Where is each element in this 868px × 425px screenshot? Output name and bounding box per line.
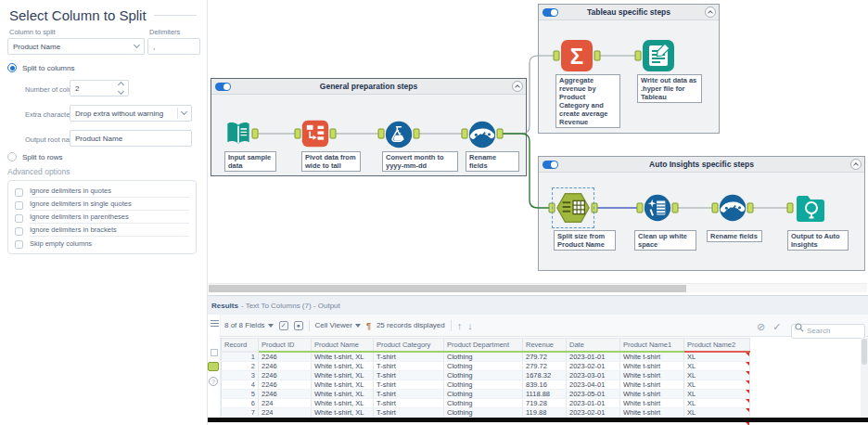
arrow-up-icon[interactable]: ↑ — [457, 321, 463, 330]
data-cell[interactable]: Clothing — [444, 352, 523, 362]
advanced-option-row[interactable]: Skip empty columns — [15, 238, 189, 251]
record-number-cell[interactable]: 1 — [222, 352, 259, 362]
checkbox-unchecked[interactable] — [15, 227, 23, 236]
advanced-option-row[interactable]: Ignore delimiters in single quotes — [15, 199, 189, 212]
data-cell[interactable]: White t-shirt, XL — [312, 398, 374, 407]
data-cell[interactable]: 2246 — [259, 361, 312, 370]
table-row[interactable]: 12246White t-shirt, XLT-shirtClothing279… — [222, 352, 750, 362]
record-number-cell[interactable]: 6 — [222, 398, 259, 407]
column-header[interactable]: Record — [222, 339, 259, 352]
data-cell[interactable]: 2023-01-01 — [567, 398, 620, 407]
record-number-cell[interactable]: 4 — [222, 380, 259, 389]
data-cell[interactable]: XL — [684, 370, 750, 380]
data-cell[interactable]: XL — [684, 407, 750, 417]
data-cell[interactable]: T-shirt — [374, 398, 444, 407]
record-number-cell[interactable]: 5 — [222, 389, 259, 398]
whitespace-toggle-icon[interactable]: ¶ — [366, 321, 371, 330]
data-cell[interactable]: 1678.32 — [523, 370, 567, 380]
data-cell[interactable]: Clothing — [444, 389, 523, 398]
tool-annotation[interactable]: Write out data as .hyper file for Tablea… — [637, 74, 702, 103]
select-tool-icon[interactable] — [468, 121, 496, 148]
data-cell[interactable]: White t-shirt, XL — [312, 407, 374, 417]
container-enabled-toggle[interactable] — [215, 83, 231, 91]
collapse-button[interactable] — [850, 159, 862, 170]
canvas-horizontal-scrollbar[interactable] — [209, 283, 867, 292]
column-to-split-select[interactable]: Product Name — [7, 38, 145, 55]
data-cell[interactable]: 2023-01-01 — [567, 352, 620, 362]
metadata-view-icon[interactable] — [211, 349, 218, 356]
data-cell[interactable]: 1118.88 — [523, 389, 567, 398]
select-fields-icon[interactable]: ✓ — [279, 321, 288, 330]
data-cell[interactable]: White t-shirt, XL — [312, 370, 374, 380]
checkbox-unchecked[interactable] — [15, 201, 23, 210]
split-to-columns-radio[interactable]: Split to columns — [7, 63, 74, 72]
menu-icon[interactable] — [211, 320, 219, 321]
column-header[interactable]: Product Name — [312, 339, 374, 352]
tool-annotation[interactable]: Output to Auto Insights — [787, 230, 849, 251]
data-cell[interactable]: 119.88 — [523, 407, 567, 417]
summarize-tool-icon[interactable]: Σ — [560, 39, 594, 72]
scrollbar-thumb[interactable] — [862, 339, 867, 365]
column-header[interactable]: Product Category — [374, 339, 444, 352]
data-cell[interactable]: 2023-02-01 — [567, 407, 620, 417]
stepper-arrows-icon[interactable] — [119, 83, 123, 94]
data-cell[interactable]: T-shirt — [374, 407, 444, 417]
deselect-fields-icon[interactable]: ● — [294, 321, 303, 330]
tool-annotation[interactable]: Convert month to yyyy-mm-dd — [382, 151, 458, 172]
data-cell[interactable]: T-shirt — [374, 389, 444, 398]
data-cell[interactable]: 2023-03-01 — [567, 370, 620, 380]
record-number-cell[interactable]: 7 — [222, 407, 259, 417]
data-cell[interactable]: White t-shirt — [620, 361, 684, 370]
column-header[interactable]: Product Name2 — [684, 339, 750, 352]
data-cell[interactable]: 224 — [259, 407, 312, 417]
data-cell[interactable]: 2246 — [259, 352, 312, 362]
split-to-rows-radio[interactable]: Split to rows — [7, 152, 63, 161]
data-cell[interactable]: T-shirt — [374, 380, 444, 389]
delimiters-input[interactable]: , — [147, 38, 200, 55]
data-cell[interactable]: XL — [684, 352, 750, 362]
record-number-cell[interactable]: 2 — [222, 361, 259, 370]
data-cell[interactable]: 279.72 — [523, 361, 567, 370]
scrollbar-thumb[interactable] — [209, 285, 686, 292]
tool-annotation[interactable]: Split size from Product Name — [554, 230, 616, 251]
container-enabled-toggle[interactable] — [542, 8, 558, 17]
checkbox-unchecked[interactable] — [15, 240, 23, 249]
advanced-option-row[interactable]: Ignore delimiters in quotes — [15, 186, 189, 199]
formula-tool-icon[interactable] — [385, 121, 413, 148]
advanced-option-row[interactable]: Ignore delimiters in parentheses — [15, 212, 189, 225]
data-cell[interactable]: 839.16 — [523, 380, 567, 389]
data-cell[interactable]: 719.28 — [523, 398, 567, 407]
output-root-name-input[interactable]: Product Name — [70, 130, 192, 147]
table-row[interactable]: 6224White t-shirt, XLT-shirtClothing719.… — [222, 398, 750, 407]
data-cell[interactable]: 2246 — [259, 389, 312, 398]
info-icon[interactable]: ? — [209, 377, 218, 386]
data-cell[interactable]: Clothing — [444, 407, 523, 417]
table-row[interactable]: 52246White t-shirt, XLT-shirtClothing111… — [222, 389, 750, 398]
select-tool-icon[interactable] — [719, 194, 747, 222]
record-number-cell[interactable]: 3 — [222, 370, 259, 380]
data-cell[interactable]: White t-shirt — [620, 380, 684, 389]
tool-annotation[interactable]: Input sample data — [224, 151, 276, 172]
data-cell[interactable]: XL — [684, 389, 750, 398]
table-row[interactable]: 7224White t-shirt, XLT-shirtClothing119.… — [222, 407, 750, 417]
input-data-tool-icon[interactable] — [224, 120, 252, 148]
cell-viewer-dropdown[interactable]: Cell Viewer — [315, 321, 361, 329]
table-row[interactable]: 42246White t-shirt, XLT-shirtClothing839… — [222, 380, 750, 389]
column-header[interactable]: Date — [567, 339, 620, 352]
column-header[interactable]: Product ID — [259, 339, 312, 352]
data-cell[interactable]: 2023-04-01 — [567, 380, 620, 389]
data-cell[interactable]: Clothing — [444, 370, 523, 380]
text-to-columns-tool-icon[interactable] — [555, 191, 591, 225]
arrow-down-icon[interactable]: ↓ — [467, 321, 473, 330]
table-row[interactable]: 22246White t-shirt, XLT-shirtClothing279… — [222, 361, 750, 370]
workflow-canvas[interactable]: General preparation steps Tableau specif… — [208, 0, 868, 295]
data-cell[interactable]: White t-shirt, XL — [312, 361, 374, 370]
column-header[interactable]: Product Department — [444, 339, 523, 352]
table-row[interactable]: 32246White t-shirt, XLT-shirtClothing167… — [222, 370, 750, 380]
column-header[interactable]: Product Name1 — [620, 339, 684, 352]
fields-dropdown[interactable]: 8 of 8 Fields — [224, 321, 274, 329]
data-cell[interactable]: XL — [684, 361, 750, 370]
data-cell[interactable]: White t-shirt — [620, 389, 684, 398]
data-cleansing-tool-icon[interactable] — [644, 194, 671, 222]
output-auto-insights-tool-icon[interactable] — [794, 191, 827, 225]
